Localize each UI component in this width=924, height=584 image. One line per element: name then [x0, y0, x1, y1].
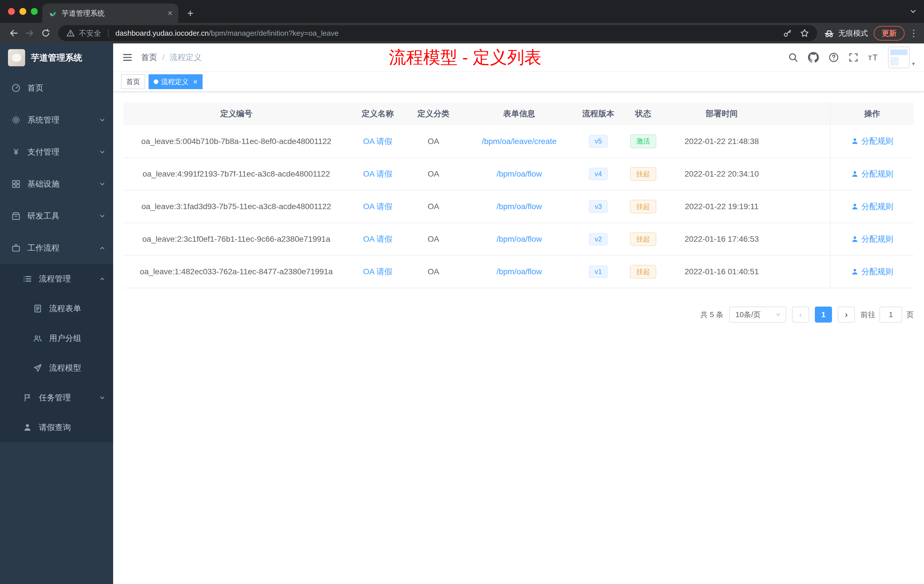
form-info-link[interactable]: /bpm/oa/flow	[497, 267, 542, 276]
caret-down-icon: ▾	[912, 60, 915, 68]
update-button[interactable]: 更新	[874, 26, 904, 41]
grid-icon	[12, 180, 21, 188]
tab-strip: 芋道管理系统 × +	[0, 0, 924, 23]
cell-category: OA	[406, 256, 460, 288]
definition-name-link[interactable]: OA 请假	[363, 202, 393, 211]
sidebar-item-process-management[interactable]: 流程管理	[0, 264, 113, 294]
sidebar-item-label: 系统管理	[27, 115, 92, 125]
tag-close-icon[interactable]: ×	[193, 78, 198, 86]
minimize-window-button[interactable]	[20, 8, 26, 15]
version-tag: v2	[589, 233, 607, 246]
github-icon[interactable]	[808, 52, 819, 63]
table-header-row: 定义编号 定义名称 定义分类 表单信息 流程版本 状态 部署时间 操作	[124, 102, 914, 125]
sidebar-item-devtools[interactable]: 研发工具	[0, 200, 113, 232]
definition-name-link[interactable]: OA 请假	[363, 137, 393, 146]
close-tab-icon[interactable]: ×	[167, 9, 173, 17]
sidebar-item-label: 流程管理	[39, 274, 92, 284]
goto-page-input[interactable]	[879, 307, 902, 323]
maximize-window-button[interactable]	[31, 8, 38, 15]
url-path: /bpm/manager/definition?key=oa_leave	[209, 29, 339, 38]
tag-home[interactable]: 首页	[121, 74, 145, 89]
next-page-button[interactable]: ›	[838, 307, 855, 323]
cell-definition-id: oa_leave:1:482ec033-762a-11ec-8477-a2380…	[124, 256, 349, 288]
header-form-info: 表单信息	[460, 102, 578, 125]
incognito-label: 无痕模式	[838, 28, 868, 38]
cell-definition-id: oa_leave:5:004b710b-7b8a-11ec-8ef0-acde4…	[124, 125, 349, 158]
header-actions: 操作	[830, 102, 914, 125]
status-badge: 挂起	[630, 232, 656, 246]
sidebar-item-home[interactable]: 首页	[0, 72, 113, 104]
font-size-icon[interactable]: тТ	[868, 53, 878, 62]
definition-name-link[interactable]: OA 请假	[363, 234, 393, 243]
assign-rule-link[interactable]: 分配规则	[851, 201, 893, 212]
cell-deploy-time: 2022-01-16 01:40:51	[667, 256, 776, 288]
prev-page-button[interactable]: ‹	[792, 307, 809, 323]
sidebar-item-task-management[interactable]: 任务管理	[0, 383, 113, 412]
document-icon	[33, 304, 42, 313]
cell-filler	[776, 256, 830, 288]
form-info-link[interactable]: /bpm/oa/flow	[497, 202, 542, 211]
url-host: dashboard.yudao.iocoder.cn	[116, 29, 209, 38]
browser-menu-dots-icon[interactable]: ⋮	[909, 28, 918, 39]
breadcrumb-separator: /	[162, 53, 165, 62]
sidebar-item-process-form[interactable]: 流程表单	[0, 294, 113, 323]
version-tag: v4	[589, 168, 607, 181]
assign-rule-link[interactable]: 分配规则	[851, 234, 893, 244]
incognito-indicator: 无痕模式	[824, 28, 868, 38]
page-size-select[interactable]: 10条/页	[729, 307, 786, 323]
sidebar-item-workflow[interactable]: 工作流程	[0, 232, 113, 264]
search-icon[interactable]	[788, 52, 798, 63]
assign-rule-link[interactable]: 分配规则	[851, 136, 893, 147]
bookmark-star-icon[interactable]	[800, 28, 809, 38]
cell-category: OA	[406, 223, 460, 256]
sidebar-item-infrastructure[interactable]: 基础设施	[0, 168, 113, 200]
omnibox-divider	[108, 29, 109, 37]
briefcase-icon	[12, 243, 21, 252]
sidebar-item-user-groups[interactable]: 用户分组	[0, 323, 113, 353]
top-navbar: 首页 / 流程定义 流程模型 - 定义列表	[113, 43, 924, 72]
pagination: 共 5 条 10条/页 ‹ 1 › 前往 页	[124, 307, 914, 323]
close-window-button[interactable]	[8, 8, 15, 15]
version-tag: v5	[589, 135, 607, 148]
assign-rule-link[interactable]: 分配规则	[851, 168, 893, 180]
hamburger-icon[interactable]	[122, 52, 132, 63]
refresh-icon[interactable]	[38, 25, 54, 41]
sidebar-logo[interactable]: 芋道管理系统	[0, 43, 113, 72]
form-info-link[interactable]: /bpm/oa/flow	[497, 170, 542, 178]
sidebar-item-payment[interactable]: ¥ 支付管理	[0, 136, 113, 168]
red-annotation-text: 流程模型 - 定义列表	[389, 46, 541, 69]
form-info-link[interactable]: /bpm/oa/flow	[497, 234, 542, 243]
forward-icon[interactable]	[22, 25, 38, 41]
url-text[interactable]: dashboard.yudao.iocoder.cn/bpm/manager/d…	[116, 29, 338, 38]
list-icon	[23, 274, 32, 284]
new-tab-button[interactable]: +	[183, 6, 198, 21]
tag-process-definition[interactable]: 流程定义 ×	[148, 74, 203, 89]
breadcrumb-home[interactable]: 首页	[141, 52, 157, 63]
definition-name-link[interactable]: OA 请假	[363, 170, 393, 178]
assign-rule-label: 分配规则	[861, 168, 893, 180]
browser-tab[interactable]: 芋道管理系统 ×	[42, 3, 178, 23]
cell-category: OA	[406, 158, 460, 190]
help-icon[interactable]	[828, 52, 839, 63]
back-icon[interactable]	[6, 25, 22, 41]
form-info-link[interactable]: /bpm/oa/leave/create	[482, 137, 556, 146]
cell-filler	[776, 190, 830, 223]
sidebar-item-system[interactable]: 系统管理	[0, 104, 113, 136]
fullscreen-icon[interactable]	[848, 53, 858, 62]
favicon-icon	[48, 8, 57, 18]
user-menu[interactable]: ▾	[888, 46, 915, 68]
page-1-button[interactable]: 1	[815, 307, 832, 323]
app-title: 芋道管理系统	[31, 52, 82, 64]
sidebar-item-process-model[interactable]: 流程模型	[0, 353, 113, 383]
security-label[interactable]: 不安全	[79, 28, 101, 38]
breadcrumb-current: 流程定义	[170, 52, 202, 63]
not-secure-warning-icon	[66, 29, 75, 38]
header-process-version: 流程版本	[578, 102, 619, 125]
assign-rule-link[interactable]: 分配规则	[851, 266, 893, 277]
sidebar-item-leave-query[interactable]: 请假查询	[0, 412, 113, 442]
password-key-icon[interactable]	[783, 28, 792, 38]
address-bar[interactable]: 不安全 dashboard.yudao.iocoder.cn/bpm/manag…	[58, 25, 817, 41]
definition-name-link[interactable]: OA 请假	[363, 267, 393, 276]
tab-search-chevron-icon[interactable]	[909, 7, 917, 15]
chevron-down-icon	[99, 395, 105, 401]
